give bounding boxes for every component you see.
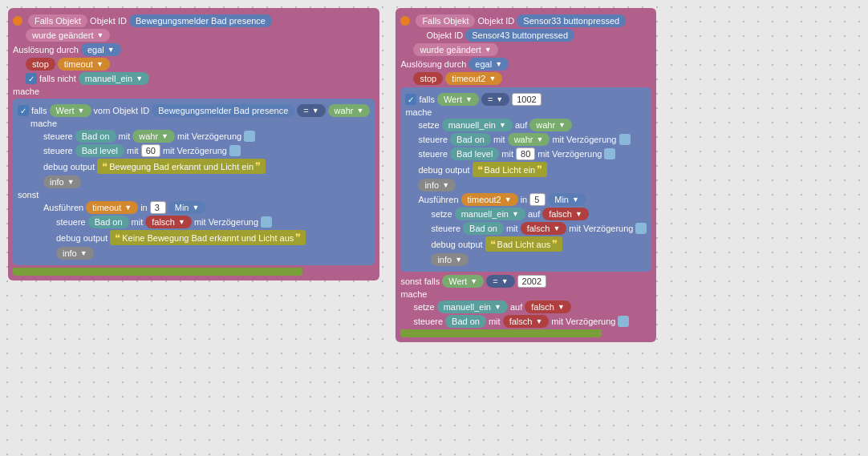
- falls-label-r: falls: [419, 95, 435, 104]
- bad-level-pill1[interactable]: Bad level: [75, 144, 124, 157]
- egal-pill[interactable]: egal ▼: [81, 43, 121, 56]
- nicht-label: nicht: [58, 74, 76, 83]
- stop-pill[interactable]: stop: [26, 58, 55, 71]
- wert-pill-r2[interactable]: Wert ▼: [442, 275, 484, 288]
- objekt-id-value-r1[interactable]: Sensor33 buttonpressed: [517, 14, 626, 27]
- info-pill2[interactable]: info ▼: [56, 247, 94, 260]
- arrow-egal: ▼: [107, 46, 115, 54]
- falsch-pill-r2[interactable]: falsch ▼: [521, 222, 567, 235]
- left-block: Falls Objekt Objekt ID Bewegungsmelder B…: [8, 8, 379, 448]
- mit-verz-label2: mit Verzögerung: [163, 146, 227, 155]
- timeout2-inner-pill[interactable]: timeout2 ▼: [461, 193, 518, 206]
- min-pill1[interactable]: Min ▼: [168, 201, 206, 214]
- verz-box-r1: [619, 134, 631, 145]
- checkbox-falls1[interactable]: ✓: [26, 73, 37, 84]
- bad-on-pill-r2[interactable]: Bad on: [463, 222, 504, 235]
- timeout-inner-pill1[interactable]: timeout ▼: [86, 201, 138, 214]
- falsch-pill-r1[interactable]: falsch ▼: [542, 208, 589, 220]
- value-80-field[interactable]: 80: [516, 147, 535, 160]
- falls-objekt-label[interactable]: Falls Objekt: [28, 14, 87, 27]
- wahr-pill-r1[interactable]: wahr ▼: [529, 119, 572, 131]
- bad-on-pill-r1[interactable]: Bad on: [450, 133, 491, 146]
- verz-box-r3: [635, 223, 647, 234]
- falls-label1: falls: [39, 74, 55, 83]
- wahr-pill2[interactable]: wahr ▼: [132, 130, 175, 143]
- objekt-id-label1: Objekt ID: [90, 16, 127, 26]
- verz-box-r4: [618, 316, 629, 327]
- verz-box3: [261, 216, 272, 228]
- manuell-ein-pill-r1[interactable]: manuell_ein ▼: [442, 119, 513, 131]
- info-pill-r1[interactable]: info ▼: [418, 179, 456, 192]
- num-5-field[interactable]: 5: [529, 193, 546, 206]
- sonst-falls-label: sonst falls: [400, 276, 440, 286]
- bottom-tab-right: [400, 329, 601, 337]
- setze-label2: setze: [431, 209, 452, 219]
- manuell-ein-pill1[interactable]: manuell_ein ▼: [79, 72, 149, 85]
- min-pill-r[interactable]: Min ▼: [548, 193, 586, 206]
- auf-label2: auf: [528, 209, 540, 219]
- bad-on-pill-r3[interactable]: Bad on: [445, 315, 486, 328]
- setze-label3: setze: [413, 302, 434, 312]
- steuere-label-r4: steuere: [413, 317, 443, 326]
- mit-verz-label-r4: mit Verzögerung: [551, 317, 615, 326]
- cog-icon-right: [400, 16, 410, 26]
- checkbox-falls-r[interactable]: ✓: [405, 94, 416, 105]
- wahr-pill1[interactable]: wahr ▼: [328, 104, 371, 117]
- bewegung-string: ❝ Bewegung Bad erkannt und Licht ein ❞: [97, 159, 266, 174]
- falls-objekt-label-r[interactable]: Falls Objekt: [416, 14, 475, 27]
- objekt-id-value-r2[interactable]: Sensor43 buttonpressed: [465, 29, 574, 42]
- num-3-field[interactable]: 3: [150, 201, 166, 214]
- timeout-pill[interactable]: timeout ▼: [58, 58, 110, 71]
- equals-pill-r[interactable]: = ▼: [481, 93, 509, 106]
- sonst-label1: sonst: [18, 190, 39, 200]
- value-1002-field[interactable]: 1002: [512, 93, 541, 106]
- falsch-pill1[interactable]: falsch ▼: [145, 216, 192, 228]
- right-block: Falls Objekt Objekt ID Sensor33 buttonpr…: [395, 8, 656, 448]
- wert-pill1[interactable]: Wert ▼: [50, 104, 91, 117]
- setze-label1: setze: [418, 120, 439, 130]
- ausfuehren-label1: Ausführen: [43, 203, 83, 212]
- arrow-timeout: ▼: [96, 60, 103, 68]
- equals-pill1[interactable]: = ▼: [297, 104, 325, 117]
- objekt-id-value1[interactable]: Bewegungsmelder Bad presence: [129, 14, 272, 27]
- wurde-geaendert-pill-r[interactable]: wurde geändert ▼: [413, 43, 497, 56]
- mit-label-r3: mit: [506, 224, 518, 233]
- bad-on-pill1[interactable]: Bad on: [75, 130, 116, 143]
- inner-block-right: ✓ falls Wert ▼ = ▼ 1002 mache setze ma: [400, 87, 651, 272]
- bad-licht-ein-string: ❝ Bad Licht ein ❞: [473, 162, 548, 177]
- info-pill1[interactable]: info ▼: [43, 176, 81, 188]
- bad-on-pill2[interactable]: Bad on: [88, 216, 129, 228]
- wahr-pill-r2[interactable]: wahr ▼: [508, 133, 550, 146]
- wert-pill-r[interactable]: Wert ▼: [437, 93, 479, 106]
- bad-level-pill-r[interactable]: Bad level: [450, 147, 499, 160]
- info-pill-r2[interactable]: info ▼: [431, 253, 468, 266]
- vom-objekt-label: vom Objekt ID: [94, 106, 150, 115]
- value-60-field[interactable]: 60: [141, 144, 160, 157]
- objekt-id-wert-pill[interactable]: Bewegungsmelder Bad presence: [152, 104, 294, 117]
- bottom-tab-left: [13, 268, 302, 276]
- falsch-pill-r4[interactable]: falsch ▼: [503, 315, 550, 328]
- mit-label-r4: mit: [489, 317, 501, 326]
- debug-label2: debug output: [56, 233, 107, 243]
- wurde-geaendert-pill[interactable]: wurde geändert ▼: [26, 29, 110, 42]
- equals-pill-r2[interactable]: = ▼: [486, 275, 514, 288]
- egal-pill-r[interactable]: egal ▼: [468, 58, 509, 71]
- debug-label1: debug output: [43, 162, 95, 172]
- verz-box1: [244, 131, 255, 142]
- verz-box-r2: [604, 148, 615, 159]
- mit-verz-label-r3: mit Verzögerung: [569, 224, 633, 233]
- mit-label3: mit: [132, 217, 144, 227]
- steuere-label1: steuere: [43, 131, 73, 141]
- manuell-ein-pill-r3[interactable]: manuell_ein ▼: [437, 301, 508, 313]
- manuell-ein-pill-r2[interactable]: manuell_ein ▼: [455, 208, 525, 220]
- mache-label-r: mache: [405, 107, 432, 117]
- mache-label-r2: mache: [400, 289, 427, 299]
- checkbox-falls2[interactable]: ✓: [18, 105, 29, 116]
- stop-pill-r[interactable]: stop: [413, 72, 443, 85]
- value-2002-field[interactable]: 2002: [517, 275, 546, 288]
- timeout2-pill[interactable]: timeout2 ▼: [445, 72, 502, 85]
- ausfuehren-label-r: Ausführen: [418, 195, 458, 204]
- mit-verz-label3: mit Verzögerung: [194, 217, 258, 227]
- falsch-pill-r3[interactable]: falsch ▼: [525, 301, 571, 313]
- mache-label2: mache: [30, 119, 57, 128]
